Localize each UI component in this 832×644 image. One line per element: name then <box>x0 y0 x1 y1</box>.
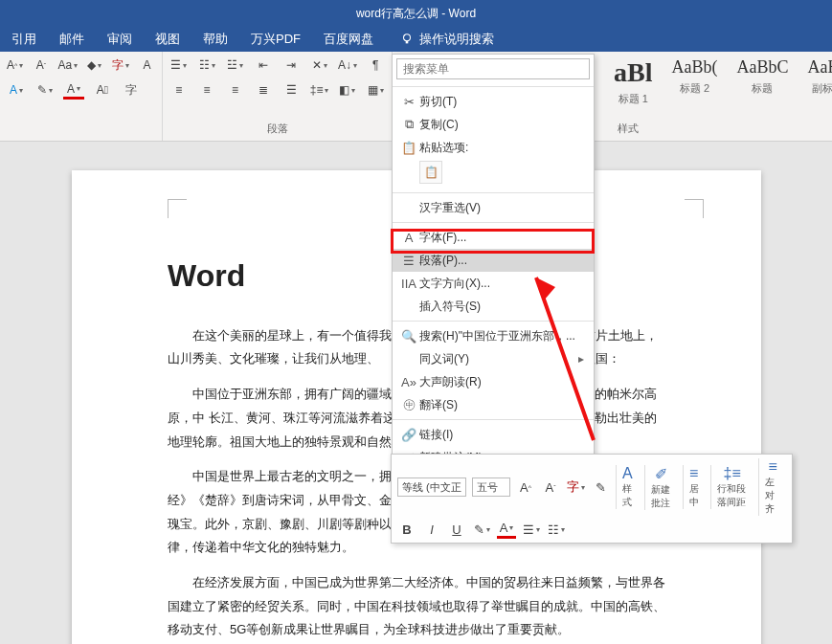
menu-synonyms[interactable]: 同义词(Y) ▸ <box>393 347 594 370</box>
numbering-icon[interactable]: ☷ <box>196 56 216 75</box>
font-size-increase-icon[interactable]: A^ <box>6 56 24 75</box>
asian-layout-icon[interactable]: ✕ <box>309 56 329 75</box>
menu-link[interactable]: 🔗 链接(I) <box>393 423 594 446</box>
lightbulb-icon <box>400 33 414 46</box>
margin-corner-icon <box>685 199 704 218</box>
menu-font[interactable]: A 字体(F)... <box>393 226 594 249</box>
paste-keep-source-icon[interactable]: 📋 <box>419 161 442 184</box>
text-effects-icon[interactable]: ✎ <box>34 80 56 100</box>
chevron-right-icon: ▸ <box>578 352 584 366</box>
bullets-icon[interactable]: ☰ <box>169 56 189 75</box>
line-spacing-icon[interactable]: ‡≡ <box>309 80 329 100</box>
font-size-decrease-icon[interactable]: Aˇ <box>32 56 50 75</box>
menu-read-aloud[interactable]: A» 大声朗读(R) <box>393 370 594 393</box>
menu-smart-lookup[interactable]: 🔍 搜索(H)"中国位于亚洲东部，... <box>393 324 594 347</box>
numbering-icon[interactable]: ☷ <box>547 520 566 539</box>
tell-me[interactable]: 操作说明搜索 <box>400 31 494 48</box>
mini-line-spacing-button[interactable]: ‡≡ 行和段落间距 <box>710 465 753 509</box>
text-direction-icon: IIA <box>398 277 419 291</box>
context-menu: ✂ 剪切(T) ⧉ 复制(C) 📋 粘贴选项: 📋 汉字重选(V) A 字体(F… <box>392 54 595 470</box>
font-color-icon[interactable]: A <box>497 520 516 539</box>
menu-insert-symbol[interactable]: 插入符号(S) <box>393 295 594 318</box>
tab-baidu[interactable]: 百度网盘 <box>320 29 377 50</box>
format-painter-icon[interactable]: ✎ <box>591 477 610 497</box>
change-case-icon[interactable]: Aa <box>58 56 79 75</box>
borders-icon[interactable]: ▦ <box>366 80 386 100</box>
style-sample: aBl <box>614 57 652 88</box>
highlight-icon[interactable]: ✎ <box>472 520 491 539</box>
menu-search-input[interactable] <box>396 58 590 79</box>
mini-font-name[interactable] <box>397 477 466 497</box>
menu-reconvert[interactable]: 汉字重选(V) <box>393 196 594 219</box>
paste-icon: 📋 <box>398 141 419 155</box>
char-shading-icon[interactable]: 字 <box>121 80 142 100</box>
line-spacing-icon: ‡≡ <box>724 465 741 482</box>
character-border-icon[interactable]: A <box>138 56 156 75</box>
style-heading2[interactable]: AaBb( 标题 2 <box>662 56 727 108</box>
align-left-icon: ≡ <box>768 458 776 476</box>
align-distribute-icon[interactable]: ☰ <box>281 80 302 100</box>
menu-text-direction[interactable]: IIA 文字方向(X)... <box>393 272 594 295</box>
ribbon-tabs: 引用 邮件 审阅 视图 帮助 万兴PDF 百度网盘 操作说明搜索 <box>0 27 832 52</box>
style-name: 标题 2 <box>680 81 709 96</box>
increase-font-icon[interactable]: A^ <box>516 477 535 497</box>
mini-styles-button[interactable]: A 样式 <box>616 465 639 509</box>
bold-icon[interactable]: B <box>397 520 416 539</box>
phonetic-guide-icon[interactable]: 字 <box>566 477 585 497</box>
menu-paste-options: 📋 粘贴选项: <box>393 136 594 159</box>
circled-char-icon[interactable]: A⃝ <box>92 80 113 100</box>
copy-icon: ⧉ <box>398 117 419 132</box>
paragraph-icon: ☰ <box>398 254 419 268</box>
margin-corner-icon <box>168 199 187 218</box>
highlight-icon[interactable]: A <box>6 80 27 100</box>
italic-icon[interactable]: I <box>422 520 441 539</box>
style-sample: AaBb <box>807 57 832 78</box>
menu-translate[interactable]: ㊥ 翻译(S) <box>393 393 594 416</box>
align-justify-icon[interactable]: ≣ <box>253 80 273 100</box>
align-left-icon[interactable]: ≡ <box>169 80 189 100</box>
mini-new-comment-button[interactable]: ✐ 新建批注 <box>644 465 677 510</box>
style-heading1[interactable]: aBl 标题 1 <box>604 56 662 108</box>
tab-references[interactable]: 引用 <box>8 29 40 50</box>
align-right-icon[interactable]: ≡ <box>225 80 245 100</box>
titlebar: word行高怎么调 - Word <box>0 0 832 27</box>
link-icon: 🔗 <box>398 428 419 442</box>
align-center-icon: ≡ <box>689 465 698 482</box>
mini-font-size[interactable] <box>472 477 510 497</box>
ribbon-group-font: A^ Aˇ Aa ◆ 字 A A ✎ A A⃝ 字 <box>0 52 163 141</box>
menu-paragraph[interactable]: ☰ 段落(P)... <box>393 249 594 272</box>
style-sample: AaBbC <box>736 57 788 78</box>
mini-align-left-button[interactable]: ≡ 左对齐 <box>758 458 786 516</box>
menu-cut[interactable]: ✂ 剪切(T) <box>393 90 594 113</box>
tab-review[interactable]: 审阅 <box>103 29 136 50</box>
mini-center-button[interactable]: ≡ 居中 <box>683 465 705 509</box>
bullets-icon[interactable]: ☰ <box>522 520 541 539</box>
style-subtitle[interactable]: AaBb 副标题 <box>798 56 832 108</box>
style-sample: AaBb( <box>671 57 717 78</box>
decrease-indent-icon[interactable]: ⇤ <box>253 56 273 75</box>
style-title[interactable]: AaBbC 标题 <box>727 56 798 108</box>
font-color-icon[interactable]: A <box>63 80 84 100</box>
sort-icon[interactable]: A↓ <box>337 56 357 75</box>
decrease-font-icon[interactable]: Aˇ <box>541 477 560 497</box>
increase-indent-icon[interactable]: ⇥ <box>281 56 302 75</box>
titlebar-text: word行高怎么调 - Word <box>356 6 476 22</box>
tab-view[interactable]: 视图 <box>151 29 184 50</box>
group-label-paragraph: 段落 <box>163 122 392 139</box>
shading-icon[interactable]: ◧ <box>337 80 357 100</box>
tell-me-label: 操作说明搜索 <box>419 31 494 48</box>
tab-help[interactable]: 帮助 <box>199 29 232 50</box>
style-name: 副标题 <box>812 81 832 96</box>
show-marks-icon[interactable]: ¶ <box>366 56 386 75</box>
mini-toolbar: A^ Aˇ 字 ✎ A 样式 ✐ 新建批注 ≡ 居中 ‡≡ 行和段落间距 ≡ 左… <box>391 454 793 544</box>
menu-copy[interactable]: ⧉ 复制(C) <box>393 113 594 136</box>
multilevel-list-icon[interactable]: ☳ <box>225 56 245 75</box>
phonetic-guide-icon[interactable]: 字 <box>111 56 129 75</box>
tab-wxpdf[interactable]: 万兴PDF <box>247 29 304 50</box>
styles-icon: A <box>622 465 633 482</box>
clear-format-icon[interactable]: ◆ <box>85 56 103 75</box>
underline-icon[interactable]: U <box>447 520 466 539</box>
align-center-icon[interactable]: ≡ <box>196 80 216 100</box>
tab-mailings[interactable]: 邮件 <box>56 29 88 50</box>
speaker-icon: A» <box>398 375 419 389</box>
